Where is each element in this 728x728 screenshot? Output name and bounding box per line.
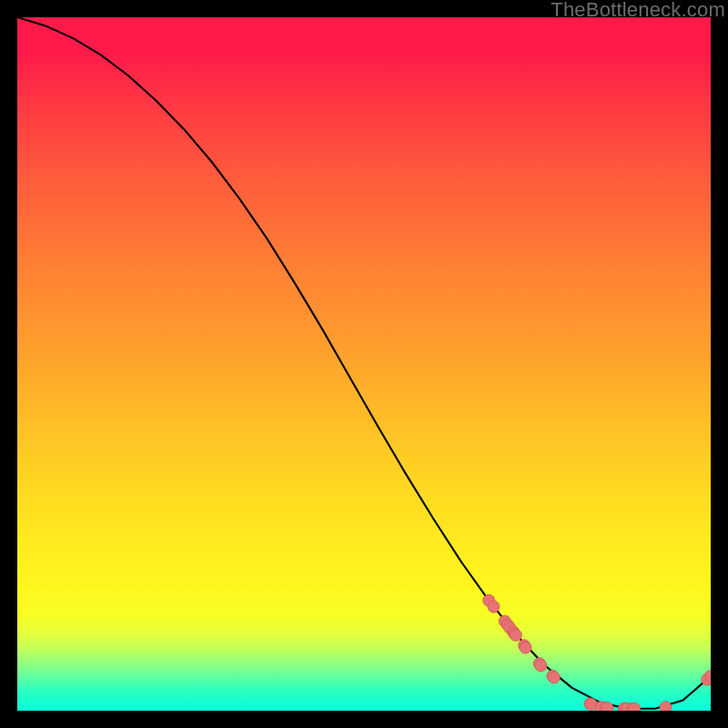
watermark-text: TheBottleneck.com [551, 0, 725, 22]
chart-marker [660, 702, 672, 711]
chart-marker [488, 601, 500, 612]
chart-marker [510, 629, 521, 641]
chart-markers [483, 594, 711, 711]
chart-curve [17, 17, 711, 709]
chart-svg [17, 17, 711, 711]
chart-marker [629, 703, 641, 711]
chart-marker [520, 642, 531, 653]
chart-marker [548, 672, 560, 683]
chart-frame [17, 17, 711, 711]
chart-marker [535, 660, 547, 672]
chart-marker [602, 702, 613, 711]
